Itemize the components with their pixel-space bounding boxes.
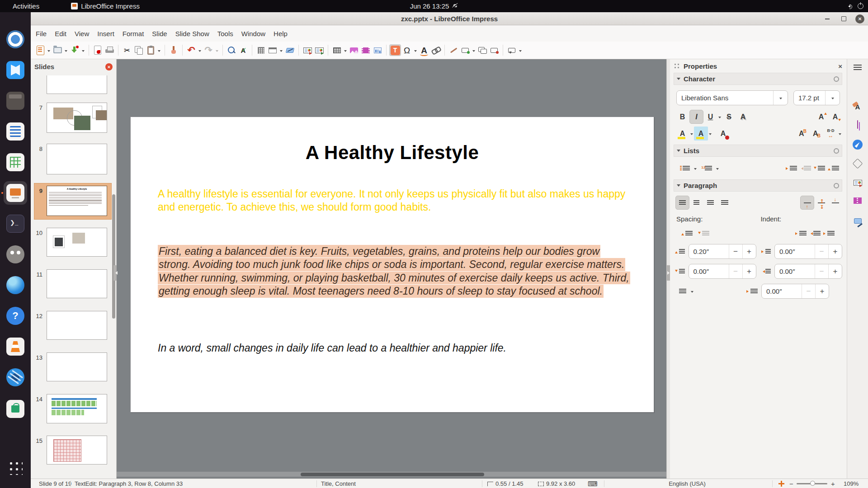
- spacing-above-minus[interactable]: −: [729, 244, 742, 258]
- callout-shapes-button[interactable]: [506, 44, 518, 56]
- slide-page[interactable]: A Healthy Lifestyle A healthy lifestyle …: [130, 117, 654, 413]
- spacing-above-plus[interactable]: +: [742, 244, 756, 258]
- fit-slide-button[interactable]: [778, 479, 784, 488]
- zoom-slider[interactable]: [797, 479, 827, 488]
- sidebar-tab-master-slides[interactable]: [852, 177, 863, 188]
- redo-dropdown[interactable]: [216, 50, 218, 53]
- insert-special-character-button[interactable]: Ω: [401, 44, 413, 56]
- symbol-shapes-button[interactable]: [488, 44, 500, 56]
- dock-writer-icon[interactable]: [6, 122, 24, 141]
- indent-after-plus[interactable]: +: [828, 264, 842, 278]
- dock-vscode-icon[interactable]: [6, 61, 24, 79]
- sidebar-tab-properties[interactable]: [852, 82, 863, 94]
- indent-before-field[interactable]: 0.00″ − +: [774, 244, 842, 259]
- cut-button[interactable]: ✂: [121, 44, 133, 56]
- sidebar-tab-slide-transition[interactable]: [852, 215, 863, 227]
- slides-panel-close-icon[interactable]: ×: [105, 63, 113, 70]
- display-grid-button[interactable]: [255, 44, 267, 56]
- increase-font-size-button[interactable]: A: [814, 110, 828, 124]
- decrease-font-size-button[interactable]: A: [828, 110, 842, 124]
- zoom-slider-track[interactable]: [797, 483, 827, 484]
- character-section-header[interactable]: Character: [674, 73, 842, 85]
- find-replace-button[interactable]: [226, 44, 237, 56]
- slide-count-status[interactable]: Slide 9 of 19: [39, 479, 71, 488]
- slide-layout-status[interactable]: Title, Content: [321, 479, 356, 488]
- new-presentation-button[interactable]: [34, 44, 46, 56]
- font-color-dropdown[interactable]: [690, 133, 693, 136]
- dock-show-applications-icon[interactable]: [6, 459, 24, 477]
- panel-collapse-handle[interactable]: [113, 265, 117, 281]
- zoom-in-button[interactable]: +: [831, 479, 835, 488]
- sidebar-tab-gallery[interactable]: [852, 119, 863, 131]
- focused-app-indicator[interactable]: LibreOffice Impress: [71, 2, 140, 10]
- underline-button[interactable]: U: [703, 110, 717, 124]
- menu-edit[interactable]: Edit: [51, 27, 71, 40]
- font-color-button[interactable]: A: [675, 127, 689, 141]
- slide-thumbnail-8[interactable]: [47, 144, 107, 174]
- insert-table-button[interactable]: [331, 44, 343, 56]
- lists-section-header[interactable]: Lists: [674, 145, 842, 157]
- move-down-button[interactable]: [814, 161, 828, 175]
- character-spacing-button[interactable]: B·D: [824, 127, 838, 141]
- titlebar[interactable]: zxc.pptx - LibreOffice Impress ×: [31, 12, 868, 25]
- paragraph-section-header[interactable]: Paragraph: [674, 179, 842, 192]
- activities-button[interactable]: Activities: [9, 2, 43, 10]
- promote-button[interactable]: [800, 161, 814, 175]
- highlight-color-dropdown[interactable]: [709, 133, 712, 136]
- insert-fontwork-button[interactable]: A: [418, 44, 430, 56]
- indent-after-minus[interactable]: −: [815, 264, 828, 278]
- open-dropdown[interactable]: [65, 50, 67, 53]
- indent-before-minus[interactable]: −: [815, 244, 828, 258]
- new-dropdown[interactable]: [47, 50, 50, 53]
- insert-text-box-button[interactable]: T: [389, 44, 401, 56]
- callout-dropdown[interactable]: [519, 50, 522, 53]
- highlight-color-button[interactable]: A: [694, 127, 708, 141]
- menu-window[interactable]: Window: [237, 27, 269, 40]
- slide-thumbnail-7[interactable]: [47, 103, 107, 133]
- basic-shapes-button[interactable]: [459, 44, 471, 56]
- views-dropdown[interactable]: [280, 50, 283, 53]
- slide-intro-paragraph[interactable]: A healthy lifestyle is essential for eve…: [158, 188, 630, 214]
- unordered-list-button[interactable]: [679, 161, 693, 175]
- align-center-button[interactable]: [689, 196, 703, 210]
- shadow-button[interactable]: A: [736, 110, 750, 124]
- menu-view[interactable]: View: [71, 27, 93, 40]
- export-pdf-button[interactable]: [92, 44, 104, 56]
- dock-gimp-icon[interactable]: [6, 245, 24, 263]
- italic-button-active[interactable]: I: [689, 110, 703, 124]
- edit-mode-status[interactable]: TextEdit: Paragraph 3, Row 8, Column 33: [75, 479, 183, 488]
- slide-thumbnail-6[interactable]: [47, 75, 107, 94]
- sidebar-tab-navigator[interactable]: [852, 139, 863, 150]
- sidebar-tab-styles[interactable]: A: [852, 101, 863, 113]
- undo-button[interactable]: ↶: [185, 44, 197, 56]
- zoom-level-status[interactable]: 109%: [844, 479, 859, 488]
- paste-button[interactable]: [145, 44, 156, 56]
- gear-icon[interactable]: [834, 76, 839, 82]
- justify-button[interactable]: [717, 196, 731, 210]
- align-top-button-active[interactable]: ↑: [800, 196, 814, 210]
- underline-dropdown[interactable]: [718, 117, 721, 120]
- menu-help[interactable]: Help: [269, 27, 292, 40]
- cursor-position-status[interactable]: 0.55 / 1.45: [487, 479, 523, 488]
- slides-panel-scrollbar[interactable]: [112, 194, 115, 319]
- decrease-indent-button[interactable]: [808, 226, 822, 240]
- strikethrough-button[interactable]: S: [722, 110, 736, 124]
- font-size-combo[interactable]: 17.2 pt: [793, 90, 840, 105]
- show-draw-functions-button[interactable]: [284, 44, 296, 56]
- clock-menu[interactable]: Jun 26 13:25: [410, 2, 458, 10]
- font-name-combo[interactable]: Liberation Sans: [676, 90, 788, 105]
- insert-chart-button[interactable]: [372, 44, 383, 56]
- arrange-shapes-button[interactable]: [476, 44, 488, 56]
- paste-dropdown[interactable]: [158, 50, 160, 53]
- maximize-button[interactable]: [839, 14, 848, 23]
- menu-file[interactable]: File: [32, 27, 51, 40]
- indent-first-minus[interactable]: −: [802, 284, 815, 298]
- menu-slideshow[interactable]: Slide Show: [171, 27, 213, 40]
- dock-chromium-icon[interactable]: [6, 30, 24, 48]
- indent-before-plus[interactable]: +: [828, 244, 842, 258]
- print-button[interactable]: [104, 44, 115, 56]
- unordered-list-dropdown[interactable]: [694, 168, 697, 171]
- object-size-status[interactable]: 9.92 x 3.60: [538, 479, 575, 488]
- language-status[interactable]: English (USA): [606, 479, 769, 488]
- horizontal-scrollbar[interactable]: [117, 472, 666, 477]
